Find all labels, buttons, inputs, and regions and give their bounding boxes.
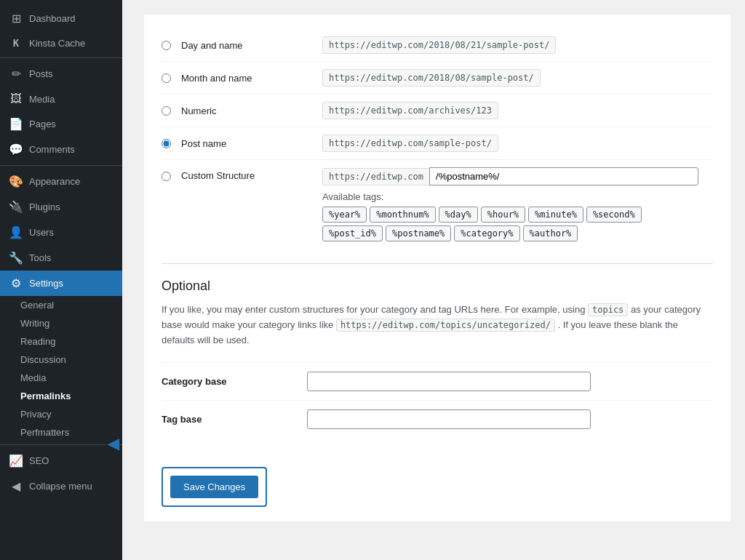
optional-title: Optional [162,279,713,294]
tag-second[interactable]: %second% [586,207,642,223]
optional-desc-before: If you like, you may enter custom struct… [162,304,585,315]
dashboard-icon: ⊞ [9,12,23,25]
example-numeric: https://editwp.com/archives/123 [322,102,498,119]
submenu-permalinks[interactable]: Permalinks [0,387,122,405]
seo-icon: 📈 [9,454,23,468]
plugins-icon: 🔌 [9,200,23,214]
category-base-input[interactable] [307,372,591,391]
sidebar-item-settings[interactable]: ⚙ Settings [0,271,122,296]
radio-month-name[interactable] [162,73,171,83]
main-content: Day and name https://editwp.com/2018/08/… [122,0,745,560]
sidebar-item-plugins[interactable]: 🔌 Plugins [0,194,122,220]
sidebar-item-label: Collapse menu [29,481,92,492]
sidebar-item-label: Pages [29,119,56,129]
sidebar-item-label: Posts [29,68,53,79]
sidebar-item-pages[interactable]: 📄 Pages [0,111,122,137]
radio-post-name[interactable] [162,139,171,148]
topics-code: topics [588,303,628,316]
category-base-label: Category base [162,376,292,387]
label-post-name[interactable]: Post name [181,138,312,149]
sidebar-item-label: Plugins [29,201,60,212]
submenu-privacy[interactable]: Privacy [0,405,122,423]
tag-base-label: Tag base [162,414,292,425]
tag-postname[interactable]: %postname% [386,225,451,241]
tag-category[interactable]: %category% [454,225,519,241]
arrow-indicator: ◀ [108,435,119,452]
tags-container-2: %post_id% %postname% %category% %author% [322,225,698,241]
radio-numeric[interactable] [162,106,171,116]
sidebar-item-appearance[interactable]: 🎨 Appearance [0,169,122,194]
radio-custom[interactable] [162,172,171,181]
sidebar-item-label: Kinsta Cache [29,38,85,49]
section-divider [162,263,713,264]
submenu-perfmatters[interactable]: Perfmatters [0,423,122,441]
content-area: Day and name https://editwp.com/2018/08/… [144,15,730,521]
sidebar-item-label: Users [29,227,54,238]
radio-day-name[interactable] [162,41,171,50]
tags-container: %year% %monthnum% %day% %hour% %minute% … [322,207,698,223]
appearance-icon: 🎨 [9,175,23,188]
users-icon: 👤 [9,225,23,239]
sidebar-item-label: Comments [29,144,75,155]
save-section: Save Changes [162,452,713,507]
sidebar-item-seo[interactable]: 📈 SEO [0,448,122,473]
permalink-row-day-name: Day and name https://editwp.com/2018/08/… [162,29,713,62]
label-numeric[interactable]: Numeric [181,105,312,116]
example-day-name: https://editwp.com/2018/08/21/sample-pos… [322,36,556,54]
tag-hour[interactable]: %hour% [481,207,525,223]
comments-icon: 💬 [9,143,23,156]
media-icon: 🖼 [9,92,23,105]
sidebar-item-label: Appearance [29,176,80,187]
sidebar-item-label: Tools [29,252,51,263]
permalink-row-custom: Custom Structure https://editwp.com Avai… [162,160,713,249]
tag-year[interactable]: %year% [322,207,367,223]
custom-structure-inputs: https://editwp.com [322,167,698,185]
label-custom[interactable]: Custom Structure [181,167,312,181]
example-post-name: https://editwp.com/sample-post/ [322,135,498,152]
optional-desc: If you like, you may enter custom struct… [162,303,713,348]
custom-structure-input[interactable] [429,167,698,185]
permalink-row-month-name: Month and name https://editwp.com/2018/0… [162,62,713,95]
sidebar-item-kinsta-cache[interactable]: K Kinsta Cache [0,31,122,55]
submenu-media[interactable]: Media [0,369,122,387]
permalink-row-post-name: Post name https://editwp.com/sample-post… [162,127,713,160]
label-day-name[interactable]: Day and name [181,40,312,51]
sidebar-item-label: Dashboard [29,13,76,24]
settings-submenu: General Writing Reading Discussion Media… [0,296,122,441]
tag-minute[interactable]: %minute% [528,207,583,223]
submenu-discussion[interactable]: Discussion [0,351,122,369]
sidebar-item-dashboard[interactable]: ⊞ Dashboard [0,6,122,31]
example-month-name: https://editwp.com/2018/08/sample-post/ [322,69,541,87]
sidebar-item-label: Settings [29,278,63,289]
sidebar-item-posts[interactable]: ✏ Posts [0,61,122,87]
sidebar-item-tools[interactable]: 🔧 Tools [0,245,122,271]
sidebar: ⊞ Dashboard K Kinsta Cache ✏ Posts 🖼 Med… [0,0,122,560]
submenu-writing[interactable]: Writing [0,314,122,332]
save-button-wrapper: Save Changes [162,467,267,507]
label-month-name[interactable]: Month and name [181,73,312,84]
submenu-reading[interactable]: Reading [0,332,122,351]
pages-icon: 📄 [9,117,23,131]
example-url-code: https://editwp.com/topics/uncategorized/ [336,319,555,332]
optional-section: Optional If you like, you may enter cust… [162,279,713,438]
settings-icon: ⚙ [9,276,23,290]
sidebar-item-collapse[interactable]: ◀ Collapse menu [0,473,122,499]
kinsta-icon: K [9,37,23,49]
sidebar-item-media[interactable]: 🖼 Media [0,87,122,111]
tools-icon: 🔧 [9,251,23,265]
sidebar-item-comments[interactable]: 💬 Comments [0,137,122,162]
tag-base-input[interactable] [307,409,591,429]
tag-day[interactable]: %day% [439,207,478,223]
posts-icon: ✏ [9,67,23,81]
collapse-icon: ◀ [9,479,23,493]
sidebar-item-label: Media [29,94,55,105]
tag-monthnum[interactable]: %monthnum% [370,207,435,223]
tag-post-id[interactable]: %post_id% [322,225,383,241]
submenu-general[interactable]: General [0,296,122,314]
permalink-row-numeric: Numeric https://editwp.com/archives/123 [162,95,713,127]
category-base-row: Category base [162,362,713,400]
sidebar-item-users[interactable]: 👤 Users [0,220,122,245]
custom-prefix: https://editwp.com [322,168,429,185]
save-button[interactable]: Save Changes [170,476,258,498]
tag-author[interactable]: %author% [523,225,578,241]
